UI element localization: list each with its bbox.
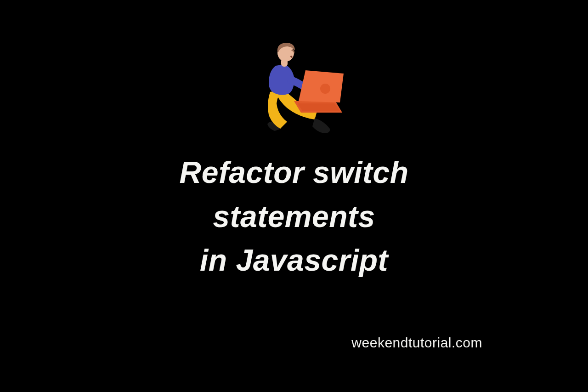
site-attribution: weekendtutorial.com [351, 335, 482, 351]
person-with-laptop-illustration [243, 39, 345, 140]
headline-line-1: Refactor switch [0, 151, 588, 195]
svg-point-3 [278, 51, 282, 56]
headline-line-2: statements [0, 195, 588, 239]
headline-line-3: in Javascript [0, 239, 588, 283]
person-laptop-svg [243, 39, 345, 140]
main-headline: Refactor switch statements in Javascript [0, 151, 588, 283]
svg-point-4 [320, 84, 330, 94]
